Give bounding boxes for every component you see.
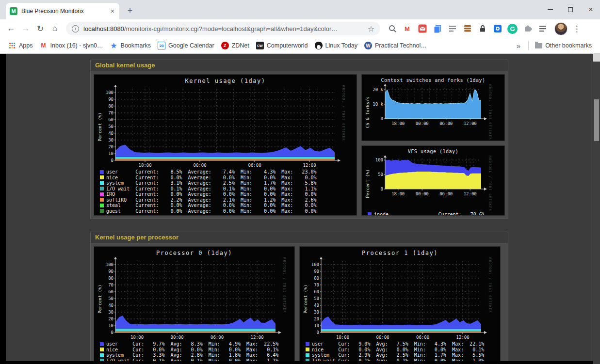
extension-stylish-icon[interactable] bbox=[462, 24, 472, 34]
extension-mail-checker-icon[interactable] bbox=[417, 24, 427, 34]
profile-avatar[interactable] bbox=[554, 22, 568, 35]
reload-button[interactable]: ↻ bbox=[33, 21, 48, 36]
legend-row: user Cur: 9.0% Avg: 7.5% Min: 4.3% Max: … bbox=[306, 341, 497, 347]
extension-notes-icon[interactable] bbox=[447, 24, 457, 34]
bookmark-label: Inbox (16) - sjvn0… bbox=[50, 42, 103, 49]
bookmarks-overflow-icon[interactable]: » bbox=[512, 42, 525, 50]
url-host: localhost:8080 bbox=[83, 25, 124, 32]
extension-grammarly-icon[interactable]: G bbox=[507, 24, 518, 34]
graph-legend: user Cur: 9.7% Avg: 8.3% Min: 4.9% Max: … bbox=[97, 341, 292, 361]
graph-kernel[interactable]: Kernel usage (1day)Percent (%)0102030405… bbox=[94, 74, 357, 216]
legend-row: nice Cur: 0.0% Avg: 0.0% Min: 0.0% Max: … bbox=[100, 347, 292, 353]
vertical-scrollbar[interactable] bbox=[593, 54, 600, 364]
svg-text:12:00: 12:00 bbox=[251, 335, 264, 340]
legend-text: softIRQ Current: 2.2% Average: 2.1% Min:… bbox=[106, 197, 316, 203]
extension-icons: MG bbox=[387, 24, 548, 34]
back-button[interactable]: ← bbox=[4, 21, 18, 36]
graph-context[interactable]: Context switches and forks (1day)CS & fo… bbox=[361, 74, 505, 141]
svg-text:12:00: 12:00 bbox=[303, 163, 316, 168]
page-content: Global kernel usage Kernel usage (1day)P… bbox=[6, 54, 593, 361]
home-button[interactable]: ⌂ bbox=[48, 21, 62, 36]
y-axis-label: Percent (%) bbox=[303, 257, 308, 341]
svg-text:00:00: 00:00 bbox=[171, 335, 184, 340]
svg-text:10: 10 bbox=[314, 323, 319, 328]
svg-text:60: 60 bbox=[108, 117, 114, 122]
bookmark-item[interactable]: Linux Today bbox=[311, 42, 361, 49]
legend-swatch bbox=[100, 348, 104, 351]
bookmark-item[interactable]: WPractical Technol… bbox=[361, 42, 430, 49]
bookmark-items: MInbox (16) - sjvn0…★Bookmarks23Google C… bbox=[36, 42, 430, 49]
site-info-icon[interactable]: i bbox=[72, 25, 79, 32]
tab-close-icon[interactable]: × bbox=[110, 7, 115, 15]
legend-text: I/O wait Cur: 0.1% Avg: 0.1% Min: 0.0% M… bbox=[312, 358, 484, 362]
new-tab-button[interactable]: + bbox=[124, 6, 136, 15]
scrollbar-top-button[interactable] bbox=[593, 54, 600, 62]
extension-search-icon[interactable] bbox=[387, 24, 397, 34]
bookmarks-bar: Apps MInbox (16) - sjvn0…★Bookmarks23Goo… bbox=[0, 38, 600, 54]
svg-text:12:00: 12:00 bbox=[464, 121, 477, 126]
bookmark-other-folder[interactable]: Other bookmarks bbox=[532, 42, 595, 49]
extension-privacy-lock-icon[interactable] bbox=[477, 24, 487, 34]
forward-button[interactable]: → bbox=[18, 21, 33, 36]
url-text[interactable]: localhost:8080/monitorix-cgi/monitorix.c… bbox=[83, 25, 365, 32]
y-axis-label: Percent (%) bbox=[97, 257, 103, 341]
svg-text:50: 50 bbox=[378, 172, 383, 177]
bookmark-apps[interactable]: Apps bbox=[5, 42, 36, 49]
maximize-button[interactable] bbox=[567, 6, 574, 13]
legend-swatch bbox=[100, 204, 104, 207]
legend-swatch bbox=[100, 187, 104, 190]
svg-text:0: 0 bbox=[111, 330, 114, 335]
tab-blue-precision-monitorix[interactable]: M Blue Precision Monitorix × bbox=[6, 3, 119, 19]
legend-swatch bbox=[100, 170, 104, 174]
legend-row: user Current: 8.5% Average: 7.4% Min: 4.… bbox=[100, 169, 354, 175]
graph-proc1[interactable]: Processor 1 (1day)Percent (%)01020304050… bbox=[299, 246, 501, 361]
browser-toolbar: ← → ↻ ⌂ i localhost:8080/monitorix-cgi/m… bbox=[0, 19, 600, 38]
section-global-kernel-usage: Global kernel usage Kernel usage (1day)P… bbox=[90, 60, 508, 219]
graph-legend: user Cur: 9.0% Avg: 7.5% Min: 4.3% Max: … bbox=[303, 341, 497, 361]
svg-text:30: 30 bbox=[108, 138, 114, 142]
legend-row: inode Current: 70.6% bbox=[368, 212, 502, 216]
extension-gmail-icon[interactable]: M bbox=[402, 24, 412, 34]
svg-text:18:00: 18:00 bbox=[391, 191, 405, 196]
svg-text:90: 90 bbox=[108, 269, 114, 274]
svg-text:90: 90 bbox=[314, 269, 319, 274]
bookmarks-separator bbox=[528, 41, 529, 50]
bookmark-item[interactable]: ZZDNet bbox=[218, 42, 253, 49]
right-column: Context switches and forks (1day)CS & fo… bbox=[361, 74, 505, 216]
legend-row: nice Current: 0.0% Average: 0.0% Min: 0.… bbox=[100, 175, 354, 181]
close-button[interactable]: × bbox=[587, 6, 594, 13]
graph-title: Context switches and forks (1day) bbox=[365, 77, 502, 84]
legend-swatch bbox=[100, 175, 104, 179]
svg-text:0: 0 bbox=[381, 116, 383, 121]
graph-legend: inode Current: 70.6%dentry Current: 54.0… bbox=[365, 211, 502, 216]
browser-menu-icon[interactable]: ⋮ bbox=[571, 24, 582, 34]
scrollbar-thumb[interactable] bbox=[594, 99, 599, 141]
section-kernel-usage-per-processor: Kernel usage per processor Processor 0 (… bbox=[90, 232, 508, 361]
extension-puzzle-icon[interactable] bbox=[522, 24, 533, 34]
graph-proc0[interactable]: Processor 0 (1day)Percent (%)01020304050… bbox=[94, 246, 295, 361]
address-bar[interactable]: i localhost:8080/monitorix-cgi/monitorix… bbox=[66, 22, 380, 35]
bookmark-star-icon[interactable]: ☆ bbox=[368, 24, 374, 33]
svg-text:80: 80 bbox=[314, 276, 319, 281]
bookmark-item[interactable]: 23Google Calendar bbox=[154, 42, 218, 49]
graph-vfs[interactable]: VFS usage (1day)Percent (%)05010018:0000… bbox=[361, 145, 505, 216]
bookmark-item[interactable]: MInbox (16) - sjvn0… bbox=[36, 42, 107, 49]
bookmark-item[interactable]: CWComputerworld bbox=[253, 42, 311, 49]
minimize-button[interactable] bbox=[547, 6, 553, 13]
svg-text:00:00: 00:00 bbox=[193, 163, 206, 168]
wordpress-favicon-icon: W bbox=[364, 42, 372, 49]
extension-playlist-icon[interactable] bbox=[537, 24, 548, 34]
svg-text:80: 80 bbox=[108, 276, 114, 281]
extension-screencast-icon[interactable] bbox=[492, 24, 503, 34]
svg-text:70: 70 bbox=[108, 283, 114, 287]
svg-text:30: 30 bbox=[108, 310, 114, 315]
bookmark-label: Google Calendar bbox=[168, 42, 214, 49]
bookmark-item[interactable]: ★Bookmarks bbox=[107, 42, 155, 49]
svg-text:70: 70 bbox=[314, 283, 319, 287]
extension-doc-copy-icon[interactable] bbox=[432, 24, 442, 34]
graph-title: VFS usage (1day) bbox=[365, 148, 502, 156]
svg-text:10: 10 bbox=[108, 151, 114, 156]
legend-row: softIRQ Current: 2.2% Average: 2.1% Min:… bbox=[100, 197, 354, 203]
legend-row: nice Cur: 0.0% Avg: 0.0% Min: 0.0% Max: … bbox=[306, 347, 497, 353]
svg-text:20: 20 bbox=[314, 317, 319, 321]
